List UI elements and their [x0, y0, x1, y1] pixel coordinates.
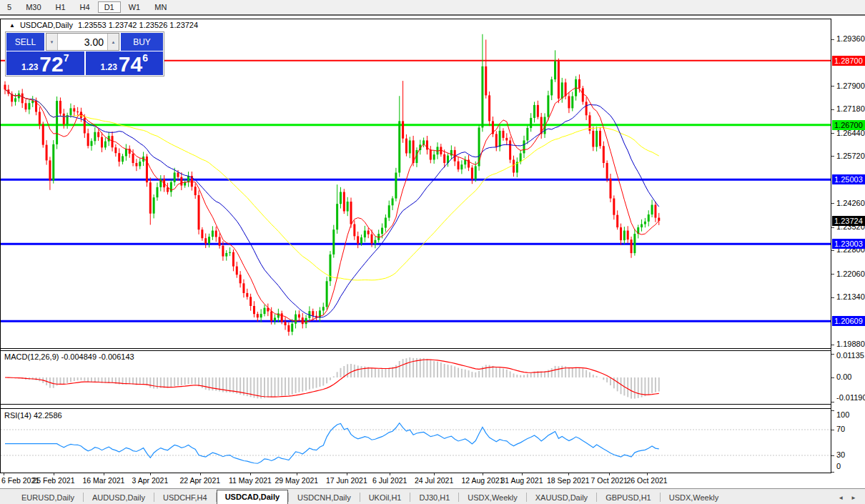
date-tick-mark: [390, 473, 390, 475]
date-axis-label: 17 Jun 2021: [326, 476, 367, 485]
rsi-indicator-chart[interactable]: [1, 409, 831, 472]
date-axis-label: 24 Jul 2021: [415, 476, 453, 485]
volume-field[interactable]: 3.00: [58, 34, 107, 50]
timeframe-toolbar: 5M30H1H4D1W1MN: [0, 0, 865, 16]
axis-tick-mark: [831, 156, 834, 157]
axis-tick-mark: [831, 133, 834, 134]
timeframe-button-w1[interactable]: W1: [122, 1, 147, 13]
macd-axis-label: 0.00: [836, 372, 851, 381]
collapse-panel-icon[interactable]: ▲: [9, 22, 15, 29]
level-price-label: 1.20609: [832, 316, 865, 326]
chart-tab-eurusd-daily[interactable]: EURUSD,Daily: [13, 491, 83, 504]
rsi-axis-label: 70: [836, 425, 845, 433]
main-pane-bottom-border: [0, 348, 831, 349]
tab-scroll-left-icon[interactable]: ◄: [838, 495, 844, 501]
macd-label: MACD(12,26,9) -0.004849 -0.006143: [4, 352, 134, 361]
level-price-label: 1.28700: [832, 56, 865, 66]
level-price-label: 1.26700: [832, 120, 865, 130]
rsi-label: RSI(14) 42.2586: [4, 411, 62, 420]
axis-tick-mark: [831, 354, 834, 355]
macd-axis-label: 0.01135: [836, 351, 864, 360]
tab-scroll-controls: ◄ ►: [838, 495, 865, 504]
level-price-label: 1.23003: [832, 239, 865, 249]
buy-price-display[interactable]: 1.23 74 6: [86, 51, 164, 75]
timeframe-button-m30[interactable]: M30: [19, 1, 47, 13]
level-price-label: 1.25003: [832, 174, 865, 184]
date-axis-label: 7 Oct 2021: [591, 476, 628, 485]
chart-tab-xauusd-daily[interactable]: XAUUSD,Daily: [527, 491, 596, 504]
volume-decrease-button[interactable]: ▼: [46, 34, 58, 50]
buy-button[interactable]: BUY: [121, 33, 163, 51]
chart-tab-usdcad-daily[interactable]: USDCAD,Daily: [217, 490, 288, 504]
chart-tab-audusd-daily[interactable]: AUDUSD,Daily: [84, 491, 154, 504]
axis-tick-mark: [831, 86, 834, 87]
date-axis-label: 31 Aug 2021: [501, 476, 543, 485]
chart-symbol-period: USDCAD,Daily: [20, 21, 73, 29]
date-tick-mark: [297, 473, 297, 475]
date-axis[interactable]: 6 Feb 202125 Feb 202116 Mar 20213 Apr 20…: [0, 473, 831, 488]
sell-button[interactable]: SELL: [6, 33, 44, 51]
axis-tick-mark: [831, 472, 834, 473]
one-click-trading-panel: SELL ▼ 3.00 ▲ BUY 1.23 72 7: [5, 31, 164, 76]
date-tick-mark: [568, 473, 569, 475]
date-tick-mark: [647, 473, 648, 475]
triangle-down-icon: ▼: [50, 40, 54, 44]
tab-scroll-right-icon[interactable]: ►: [851, 495, 856, 501]
buy-price-prefix: 1.23: [100, 62, 117, 72]
sell-price-display[interactable]: 1.23 72 7: [6, 51, 84, 75]
chart-tab-gbpusd-h1[interactable]: GBPUSD,H1: [597, 491, 660, 504]
date-tick-mark: [434, 473, 435, 475]
axis-tick-mark: [831, 250, 834, 251]
axis-tick-mark: [831, 297, 834, 298]
price-axis-label: 1.21340: [836, 292, 865, 301]
price-axis-label: 1.24260: [836, 199, 865, 207]
price-axis-label: 1.29360: [836, 34, 865, 43]
date-axis-label: 26 Oct 2021: [627, 476, 668, 485]
date-tick-mark: [104, 473, 104, 475]
volume-increase-button[interactable]: ▲: [107, 34, 119, 50]
chart-tab-dj30-h1[interactable]: DJ30,H1: [410, 491, 458, 504]
chart-window[interactable]: ▲ USDCAD,Daily 1.23553 1.23742 1.23526 1…: [0, 18, 865, 488]
chart-ohlc-values: 1.23553 1.23742 1.23526 1.23724: [78, 21, 198, 29]
chart-tab-usdx-weekly[interactable]: USDX,Weekly: [459, 491, 525, 504]
axis-tick-mark: [831, 345, 834, 345]
price-axis-label: 1.25720: [836, 152, 865, 160]
chart-tab-ukoil-h1[interactable]: UKOil,H1: [360, 491, 410, 504]
date-tick-mark: [4, 473, 4, 475]
date-tick-mark: [522, 473, 523, 475]
timeframe-button-5[interactable]: 5: [1, 1, 18, 13]
axis-tick-mark: [831, 410, 834, 411]
price-axis-label: 1.27900: [836, 81, 865, 90]
axis-tick-mark: [831, 109, 834, 110]
date-tick-mark: [150, 473, 151, 475]
timeframe-button-h4[interactable]: H4: [74, 1, 97, 13]
chart-title: ▲ USDCAD,Daily 1.23553 1.23742 1.23526 1…: [9, 21, 198, 29]
date-axis-label: 18 Sep 2021: [547, 476, 590, 485]
price-axis[interactable]: 1.293601.279001.271801.264401.257201.242…: [831, 19, 865, 490]
date-axis-label: 12 Aug 2021: [462, 476, 504, 485]
price-axis-label: 1.22060: [836, 270, 865, 278]
chart-tab-usdx-weekly[interactable]: USDX,Weekly: [661, 491, 727, 504]
timeframe-button-d1[interactable]: D1: [98, 1, 121, 13]
chart-tab-usdcnh-daily[interactable]: USDCNH,Daily: [289, 491, 360, 504]
axis-tick-mark: [831, 430, 834, 430]
buy-price-pip: 6: [142, 52, 148, 64]
timeframe-button-mn[interactable]: MN: [148, 1, 173, 13]
axis-tick-mark: [831, 227, 834, 228]
sell-price-big: 72: [39, 54, 63, 74]
axis-tick-mark: [831, 203, 834, 204]
date-tick-mark: [609, 473, 610, 475]
triangle-up-icon: ▲: [112, 40, 116, 44]
date-axis-label: 16 Mar 2021: [83, 476, 125, 485]
sell-price-pip: 7: [64, 52, 69, 64]
date-axis-label: 11 May 2021: [229, 476, 272, 485]
date-axis-label: 29 May 2021: [275, 476, 319, 485]
current-price-label: 1.23724: [832, 216, 865, 226]
chart-tab-usdchf-h4[interactable]: USDCHF,H4: [154, 491, 216, 504]
axis-tick-mark: [831, 402, 834, 402]
date-axis-label: 6 Jul 2021: [372, 476, 407, 485]
price-axis-label: 1.19880: [836, 340, 865, 348]
buy-price-big: 74: [119, 54, 142, 74]
timeframe-button-h1[interactable]: H1: [49, 1, 72, 13]
date-tick-mark: [483, 473, 483, 475]
